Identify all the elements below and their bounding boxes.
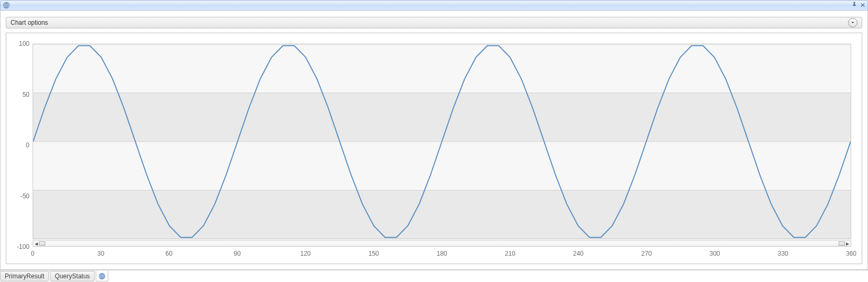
- tab-query-status[interactable]: QueryStatus: [50, 271, 95, 281]
- chart-options-dropdown-button[interactable]: [848, 18, 857, 27]
- plot-svg: [33, 44, 851, 239]
- x-tick-label: 60: [166, 250, 172, 257]
- range-handle-right[interactable]: [839, 241, 845, 246]
- x-range-slider[interactable]: ◀ ▶: [33, 240, 851, 247]
- tab-chart[interactable]: [96, 271, 108, 281]
- x-tick-label: 30: [97, 250, 104, 257]
- x-tick-label: 360: [846, 250, 856, 257]
- chart-options-bar: Chart options: [6, 17, 862, 28]
- x-axis: 0306090120150180210240270300330360: [33, 248, 851, 261]
- x-tick-label: 0: [31, 250, 35, 257]
- tab-query-status-label: QueryStatus: [55, 273, 90, 280]
- panel-title-bar: ✕: [0, 0, 868, 11]
- globe-icon: [3, 2, 10, 9]
- svg-rect-3: [33, 142, 851, 190]
- globe-icon: [98, 273, 106, 280]
- range-right-arrow-icon[interactable]: ▶: [845, 241, 850, 246]
- range-left-arrow-icon[interactable]: ◀: [34, 241, 39, 246]
- x-tick-label: 270: [641, 250, 652, 257]
- panel-body: Chart options 100500-50-100 ◀: [0, 11, 868, 270]
- x-tick-label: 180: [436, 250, 447, 257]
- chart-options-label: Chart options: [11, 19, 48, 26]
- x-tick-label: 330: [778, 250, 788, 257]
- x-tick-label: 90: [234, 250, 241, 257]
- range-handle-left[interactable]: [39, 241, 45, 246]
- close-icon[interactable]: ✕: [860, 2, 865, 8]
- pin-icon[interactable]: [852, 2, 857, 8]
- x-tick-label: 120: [300, 250, 311, 257]
- x-tick-label: 240: [573, 250, 584, 257]
- result-tabs: PrimaryResult QueryStatus: [0, 270, 868, 282]
- tab-primary-result-label: PrimaryResult: [5, 273, 44, 280]
- tab-primary-result[interactable]: PrimaryResult: [0, 271, 49, 281]
- y-axis: 100500-50-100: [17, 44, 33, 247]
- x-tick-label: 300: [709, 250, 720, 257]
- chart-frame: 100500-50-100 ◀ ▶: [6, 33, 862, 264]
- x-tick-label: 150: [369, 250, 379, 257]
- x-tick-label: 210: [505, 250, 515, 257]
- chart-panel: ✕ Chart options 100500-50-100 ◀: [0, 0, 868, 282]
- plot-area: [33, 44, 851, 239]
- range-track[interactable]: [39, 241, 845, 246]
- svg-rect-4: [33, 93, 851, 142]
